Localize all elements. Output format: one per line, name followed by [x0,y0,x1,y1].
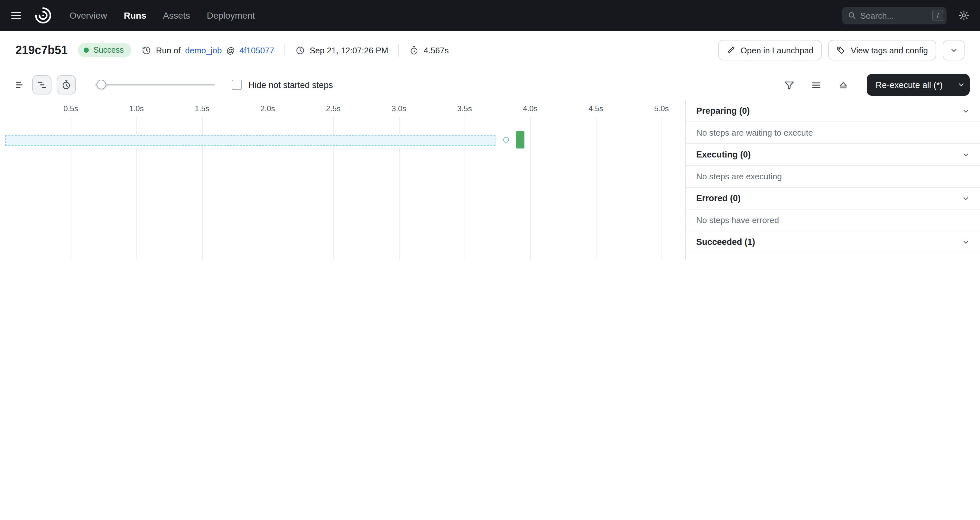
header-actions: Open in Launchpad View tags and config [718,40,964,60]
axis-gridline [596,117,597,260]
axis-tick: 1.0s [129,104,143,113]
open-in-launchpad-button[interactable]: Open in Launchpad [718,40,822,60]
run-of-meta: Run of demo_job @ 4f105077 [142,45,274,55]
gantt-toolbar: Hide not started steps Re-execute all (*… [0,70,980,100]
chevron-down-icon [962,195,970,202]
started-at-meta: Sep 21, 12:07:26 PM [295,45,388,55]
search-input[interactable] [860,11,929,20]
global-search[interactable]: / [842,7,947,24]
axis-gridline [530,117,531,260]
slider-knob[interactable] [97,80,106,89]
steps-panel: Preparing (0) No steps are waiting to ex… [685,100,980,260]
section-empty-preparing: No steps are waiting to execute [686,122,980,144]
step-name[interactable]: hello_logs [708,258,748,260]
waterfall-view-icon [37,80,47,90]
started-at-value: Sep 21, 12:07:26 PM [310,45,388,55]
section-empty-errored: No steps have errored [686,209,980,231]
axis-tick: 3.0s [391,104,406,113]
axis-tick: 0.5s [64,104,78,113]
section-title: Succeeded (1) [696,237,755,247]
chevron-down-icon [962,151,970,159]
run-main: 0.5s1.0s1.5s2.0s2.5s3.0s3.5s4.0s4.5s5.0s [0,100,980,260]
section-header-executing[interactable]: Executing (0) [686,144,980,166]
axis-tick: 2.0s [260,104,275,113]
gantt-chart [0,117,685,260]
section-title: Errored (0) [696,193,741,203]
step-marker-dot[interactable] [503,137,509,143]
section-title: Executing (0) [696,150,751,159]
dagster-logo-icon[interactable] [33,6,53,25]
reexecute-split-button: Re-execute all (*) [866,74,970,96]
section-title: Preparing (0) [696,106,750,116]
flat-view-icon [15,80,25,90]
gantt-waterfall-view-button[interactable] [32,75,51,95]
axis-tick: 2.5s [326,104,340,113]
section-header-errored[interactable]: Errored (0) [686,188,980,209]
status-label: Success [93,46,124,55]
step-duration: 0.065s [945,258,970,260]
run-of-label: Run of [156,45,181,55]
divider [399,44,399,57]
pencil-icon [727,46,735,55]
section-header-succeeded[interactable]: Succeeded (1) [686,231,980,253]
top-nav: Overview Runs Assets Deployment / [0,0,980,31]
divider [285,44,285,57]
nav-item-runs[interactable]: Runs [124,10,146,21]
gantt-chart-region: 0.5s1.0s1.5s2.0s2.5s3.0s3.5s4.0s4.5s5.0s [0,100,685,260]
step-execution-bar[interactable] [516,131,524,149]
reexecute-all-button[interactable]: Re-execute all (*) [866,74,952,96]
slider-track [95,84,215,86]
view-tags-config-button[interactable]: View tags and config [829,40,936,60]
nav-item-assets[interactable]: Assets [163,10,190,21]
rows-icon[interactable] [807,76,825,94]
gantt-timing-toggle-button[interactable] [57,75,76,95]
app-root: Overview Runs Assets Deployment / 219c7b… [0,0,980,260]
nav-item-overview[interactable]: Overview [70,10,107,21]
gantt-flat-view-button[interactable] [10,75,30,95]
hide-not-started-checkbox-row: Hide not started steps [232,80,333,90]
run-header: 219c7b51 Success Run of demo_job @ 4f105… [0,31,980,70]
axis-tick: 1.5s [195,104,209,113]
gantt-zoom-slider[interactable] [95,80,215,90]
axis-tick: 4.5s [589,104,603,113]
stopwatch-icon [61,80,72,90]
snapshot-id-link[interactable]: 4f105077 [239,45,274,55]
section-empty-executing: No steps are executing [686,166,980,188]
gear-icon[interactable] [958,10,970,21]
at-symbol: @ [226,45,235,55]
succeeded-step-row[interactable]: hello_logs 0.065s [686,253,980,260]
section-header-preparing[interactable]: Preparing (0) [686,100,980,122]
clock-icon [295,45,305,55]
tag-icon [837,46,846,55]
gantt-toolbar-right: Re-execute all (*) [780,74,970,96]
nav-item-deployment[interactable]: Deployment [207,10,255,21]
axis-tick: 3.5s [457,104,472,113]
chevron-down-icon [957,81,965,89]
filter-icon[interactable] [780,76,798,94]
open-in-launchpad-label: Open in Launchpad [741,45,814,55]
chevron-down-icon [962,107,970,115]
view-tags-config-label: View tags and config [851,45,928,55]
hide-not-started-checkbox[interactable] [232,80,242,90]
step-waiting-bar[interactable] [5,135,495,146]
hide-not-started-label: Hide not started steps [248,80,333,90]
duration-meta: 4.567s [410,45,449,55]
history-icon [142,45,151,55]
search-icon [848,11,856,20]
run-id-title: 219c7b51 [16,43,68,57]
status-dot [84,48,89,53]
run-actions-dropdown-button[interactable] [943,40,964,60]
axis-tick: 5.0s [654,104,668,113]
chevron-down-icon [950,46,958,54]
chevron-down-icon [962,238,970,246]
job-name-link[interactable]: demo_job [185,45,222,55]
primary-nav: Overview Runs Assets Deployment [70,10,255,21]
hamburger-menu-icon[interactable] [10,10,22,21]
eject-icon[interactable] [834,76,852,94]
status-badge: Success [78,43,132,57]
stopwatch-icon [410,45,419,55]
gantt-axis: 0.5s1.0s1.5s2.0s2.5s3.0s3.5s4.0s4.5s5.0s [0,100,685,117]
reexecute-dropdown-button[interactable] [952,74,970,96]
axis-tick: 4.0s [523,104,537,113]
duration-value: 4.567s [424,45,449,55]
